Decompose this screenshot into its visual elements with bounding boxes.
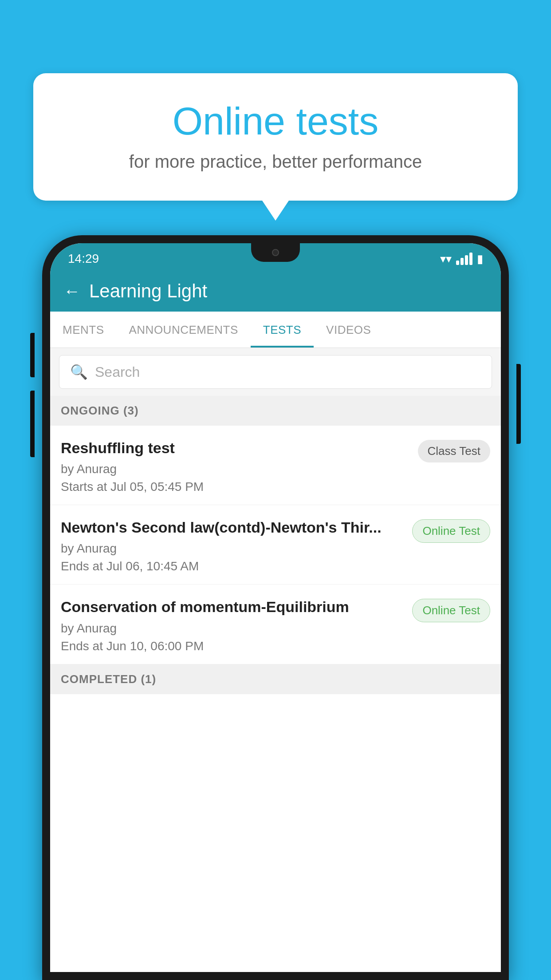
badge-class-test-reshuffling: Class Test (418, 440, 490, 462)
test-time-newtons: Ends at Jul 06, 10:45 AM (61, 559, 405, 573)
test-time-reshuffling: Starts at Jul 05, 05:45 PM (61, 480, 411, 494)
test-name-newtons: Newton's Second law(contd)-Newton's Thir… (61, 518, 405, 537)
test-name-conservation: Conservation of momentum-Equilibrium (61, 597, 405, 616)
test-list: Reshuffling test by Anurag Starts at Jul… (50, 426, 501, 972)
ongoing-section-header: ONGOING (3) (50, 396, 501, 426)
tab-videos[interactable]: VIDEOS (314, 312, 383, 348)
tab-bar: MENTS ANNOUNCEMENTS TESTS VIDEOS (50, 312, 501, 348)
test-author-newtons: by Anurag (61, 541, 405, 556)
bubble-subtitle: for more practice, better performance (55, 152, 496, 172)
search-container: 🔍 Search (50, 348, 501, 396)
test-info-conservation: Conservation of momentum-Equilibrium by … (61, 597, 405, 653)
phone-frame: 14:29 ▾▾ ▮ ← Learning Light (42, 235, 509, 980)
status-icons: ▾▾ ▮ (440, 252, 483, 266)
tab-assignments[interactable]: MENTS (50, 312, 117, 348)
test-name-reshuffling: Reshuffling test (61, 438, 411, 458)
battery-icon: ▮ (477, 252, 483, 266)
signal-icon (456, 253, 472, 265)
badge-online-test-conservation: Online Test (412, 599, 490, 622)
power-button (516, 364, 521, 444)
test-item-reshuffling[interactable]: Reshuffling test by Anurag Starts at Jul… (50, 426, 501, 505)
test-author-reshuffling: by Anurag (61, 462, 411, 476)
status-bar: 14:29 ▾▾ ▮ (50, 243, 501, 272)
speech-bubble: Online tests for more practice, better p… (33, 73, 518, 201)
test-item-conservation[interactable]: Conservation of momentum-Equilibrium by … (50, 585, 501, 664)
bubble-title: Online tests (55, 100, 496, 143)
notch (251, 243, 300, 262)
wifi-icon: ▾▾ (440, 252, 452, 266)
test-info-reshuffling: Reshuffling test by Anurag Starts at Jul… (61, 438, 411, 494)
front-camera (272, 249, 279, 256)
back-button[interactable]: ← (63, 282, 80, 301)
test-author-conservation: by Anurag (61, 621, 405, 636)
volume-down-button (30, 391, 35, 457)
test-time-conservation: Ends at Jun 10, 06:00 PM (61, 639, 405, 653)
search-icon: 🔍 (70, 364, 88, 380)
phone-screen: 14:29 ▾▾ ▮ ← Learning Light (50, 243, 501, 972)
app-title: Learning Light (89, 281, 207, 302)
search-placeholder: Search (95, 364, 140, 380)
test-info-newtons: Newton's Second law(contd)-Newton's Thir… (61, 518, 405, 573)
tab-announcements[interactable]: ANNOUNCEMENTS (117, 312, 251, 348)
test-item-newtons[interactable]: Newton's Second law(contd)-Newton's Thir… (50, 505, 501, 585)
completed-section-header: COMPLETED (1) (50, 664, 501, 694)
tab-tests[interactable]: TESTS (251, 312, 314, 348)
search-bar[interactable]: 🔍 Search (59, 355, 492, 389)
status-time: 14:29 (68, 252, 99, 266)
volume-up-button (30, 333, 35, 377)
app-header: ← Learning Light (50, 272, 501, 312)
badge-online-test-newtons: Online Test (412, 519, 490, 543)
